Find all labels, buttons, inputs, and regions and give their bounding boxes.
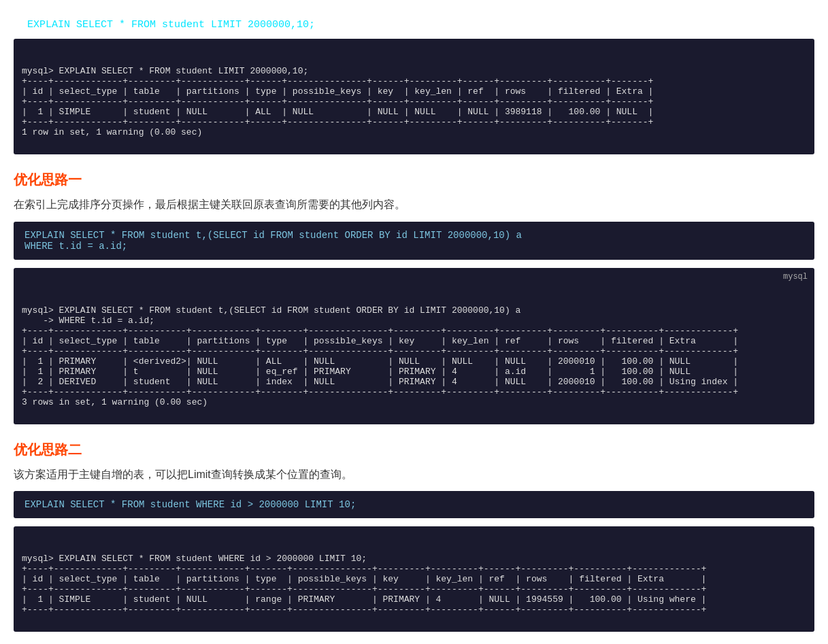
section1-code: EXPLAIN SELECT * FROM student t,(SELECT …	[14, 222, 814, 260]
terminal-content-2: mysql> EXPLAIN SELECT * FROM student t,(…	[14, 299, 814, 414]
section1-desc: 在索引上完成排序分页操作，最后根据主键关联回原表查询所需要的其他列内容。	[14, 196, 814, 214]
terminal-content-1: mysql> EXPLAIN SELECT * FROM student LIM…	[14, 59, 814, 144]
section2-desc: 该方案适用于主键自增的表，可以把Limit查询转换成某个位置的查询。	[14, 466, 814, 484]
mysql-label: mysql	[783, 272, 808, 282]
section2-code: EXPLAIN SELECT * FROM student WHERE id >…	[14, 491, 814, 518]
top-query-code: EXPLAIN SELECT * FROM student LIMIT 2000…	[27, 19, 814, 31]
terminal-content-3: mysql> EXPLAIN SELECT * FROM student WHE…	[14, 547, 814, 622]
terminal-block-3: mysql> EXPLAIN SELECT * FROM student WHE…	[14, 526, 814, 632]
terminal-block-1: mysql> EXPLAIN SELECT * FROM student LIM…	[14, 39, 814, 154]
section1-title: 优化思路一	[14, 171, 814, 189]
terminal-block-2: mysql mysql> EXPLAIN SELECT * FROM stude…	[14, 268, 814, 424]
section2-title: 优化思路二	[14, 441, 814, 459]
